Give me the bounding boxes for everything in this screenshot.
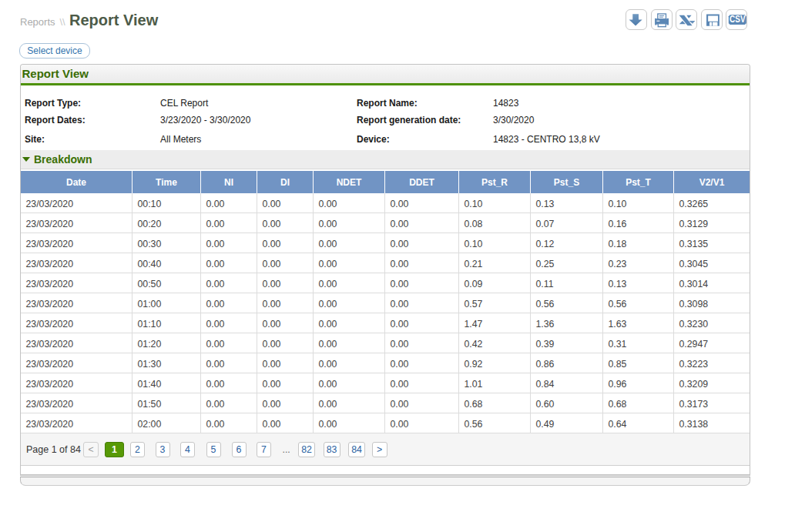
svg-text:CSV: CSV xyxy=(730,14,745,25)
